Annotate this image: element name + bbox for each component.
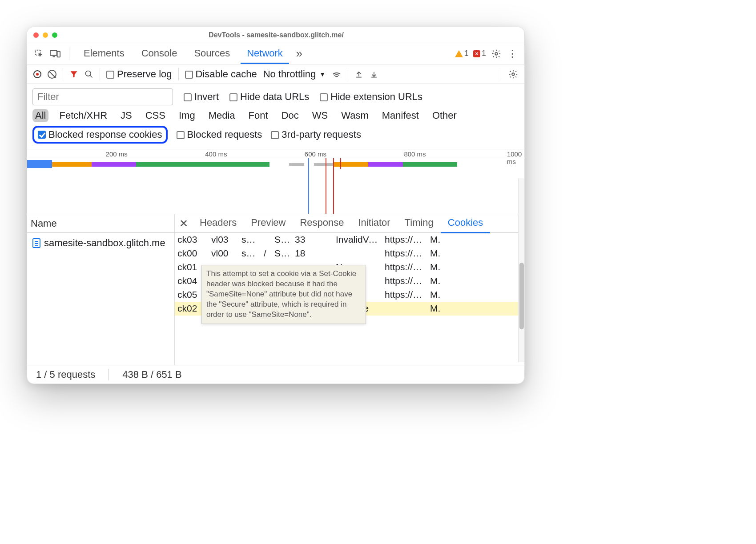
- inspect-icon[interactable]: [33, 48, 45, 60]
- network-toolbar: Preserve log Disable cache No throttling…: [27, 64, 524, 84]
- settings-icon[interactable]: [491, 48, 502, 60]
- minimize-window-button[interactable]: [43, 32, 48, 38]
- type-other[interactable]: Other: [430, 109, 459, 122]
- detail-tab-bar: ✕ Headers Preview Response Initiator Tim…: [175, 214, 524, 233]
- detail-tab-initiator[interactable]: Initiator: [351, 213, 397, 233]
- status-bar: 1 / 5 requests 438 B / 651 B: [27, 365, 524, 384]
- clear-button[interactable]: [48, 70, 56, 79]
- devtools-window: DevTools - samesite-sandbox.glitch.me/ E…: [27, 27, 525, 384]
- type-media[interactable]: Media: [206, 109, 238, 122]
- filter-bar: Invert Hide data URLs Hide extension URL…: [27, 84, 524, 149]
- type-font[interactable]: Font: [246, 109, 271, 122]
- type-css[interactable]: CSS: [143, 109, 168, 122]
- request-list-pane: Name samesite-sandbox.glitch.me: [27, 214, 175, 365]
- network-conditions-icon[interactable]: [332, 69, 342, 79]
- type-doc[interactable]: Doc: [279, 109, 302, 122]
- maximize-window-button[interactable]: [52, 32, 57, 38]
- detail-tab-cookies[interactable]: Cookies: [441, 213, 490, 233]
- cookie-blocked-tooltip: This attempt to set a cookie via a Set-C…: [201, 265, 366, 324]
- chevron-down-icon: ▼: [319, 71, 326, 78]
- svg-point-4: [86, 71, 91, 76]
- type-fetchxhr[interactable]: Fetch/XHR: [56, 109, 110, 122]
- request-name: samesite-sandbox.glitch.me: [44, 237, 165, 249]
- svg-rect-1: [50, 50, 57, 55]
- third-party-requests-checkbox[interactable]: 3rd-party requests: [271, 129, 361, 140]
- tab-network[interactable]: Network: [241, 43, 289, 64]
- request-list: samesite-sandbox.glitch.me: [27, 233, 174, 365]
- request-detail-pane: ✕ Headers Preview Response Initiator Tim…: [175, 214, 524, 365]
- search-icon[interactable]: [84, 70, 93, 79]
- throttling-select[interactable]: No throttling▼: [263, 68, 326, 80]
- upload-har-icon[interactable]: [354, 69, 363, 79]
- disable-cache-checkbox[interactable]: Disable cache: [185, 68, 257, 80]
- device-icon[interactable]: [49, 48, 61, 60]
- warnings-badge[interactable]: 1: [455, 49, 469, 58]
- invert-checkbox[interactable]: Invert: [184, 91, 219, 103]
- window-title: DevTools - samesite-sandbox.glitch.me/: [57, 31, 518, 39]
- title-bar: DevTools - samesite-sandbox.glitch.me/: [27, 27, 524, 43]
- request-area: Name samesite-sandbox.glitch.me ✕ Header…: [27, 214, 524, 365]
- svg-point-3: [495, 52, 498, 55]
- preserve-log-checkbox[interactable]: Preserve log: [106, 68, 172, 80]
- detail-tab-response[interactable]: Response: [293, 213, 351, 233]
- tab-elements[interactable]: Elements: [77, 43, 131, 64]
- type-manifest[interactable]: Manifest: [379, 109, 422, 122]
- network-settings-icon[interactable]: [508, 69, 518, 79]
- window-controls: [33, 32, 57, 38]
- name-column-header[interactable]: Name: [27, 214, 174, 233]
- svg-point-5: [512, 73, 515, 76]
- document-icon: [32, 238, 40, 248]
- hide-extension-urls-checkbox[interactable]: Hide extension URLs: [320, 91, 422, 103]
- filter-icon[interactable]: [69, 70, 78, 79]
- close-window-button[interactable]: [33, 32, 39, 38]
- timeline-overview[interactable]: 200 ms 400 ms 600 ms 800 ms 1000 ms: [27, 149, 524, 214]
- main-tab-bar: Elements Console Sources Network » 1 ×1 …: [27, 43, 524, 64]
- record-button[interactable]: [33, 70, 41, 78]
- type-wasm[interactable]: Wasm: [338, 109, 371, 122]
- error-icon: ×: [473, 50, 480, 57]
- transfer-size: 438 B / 651 B: [122, 369, 181, 380]
- detail-tab-preview[interactable]: Preview: [244, 213, 293, 233]
- request-row[interactable]: samesite-sandbox.glitch.me: [31, 236, 171, 251]
- svg-rect-2: [57, 51, 60, 57]
- tab-console[interactable]: Console: [135, 43, 184, 64]
- warning-icon: [455, 50, 463, 57]
- type-ws[interactable]: WS: [310, 109, 330, 122]
- kebab-icon[interactable]: ⋮: [507, 48, 518, 60]
- blocked-requests-checkbox[interactable]: Blocked requests: [177, 129, 262, 140]
- hide-data-urls-checkbox[interactable]: Hide data URLs: [229, 91, 309, 103]
- tab-sources[interactable]: Sources: [188, 43, 236, 64]
- scrollbar-thumb[interactable]: [519, 263, 524, 329]
- detail-tab-headers[interactable]: Headers: [193, 213, 244, 233]
- type-js[interactable]: JS: [118, 109, 135, 122]
- errors-badge[interactable]: ×1: [473, 49, 486, 58]
- more-tabs-icon[interactable]: »: [294, 48, 305, 60]
- filter-input[interactable]: [32, 88, 173, 105]
- close-detail-icon[interactable]: ✕: [175, 217, 193, 230]
- type-img[interactable]: Img: [176, 109, 198, 122]
- blocked-response-cookies-checkbox[interactable]: Blocked response cookies: [32, 126, 168, 144]
- time-ruler: 200 ms 400 ms 600 ms 800 ms 1000 ms: [27, 149, 524, 158]
- type-all[interactable]: All: [32, 109, 48, 122]
- cookies-table: ck03vl03s…S…33InvalidVa…https://…M.ck00v…: [175, 233, 524, 365]
- detail-tab-timing[interactable]: Timing: [398, 213, 441, 233]
- scrollbar[interactable]: [518, 178, 524, 362]
- download-har-icon[interactable]: [370, 69, 378, 79]
- cookie-row[interactable]: ck03vl03s…S…33InvalidVa…https://…M.: [175, 233, 524, 247]
- request-count: 1 / 5 requests: [36, 369, 95, 380]
- cookie-row[interactable]: ck00vl00s…/S…18https://…M.: [175, 247, 524, 260]
